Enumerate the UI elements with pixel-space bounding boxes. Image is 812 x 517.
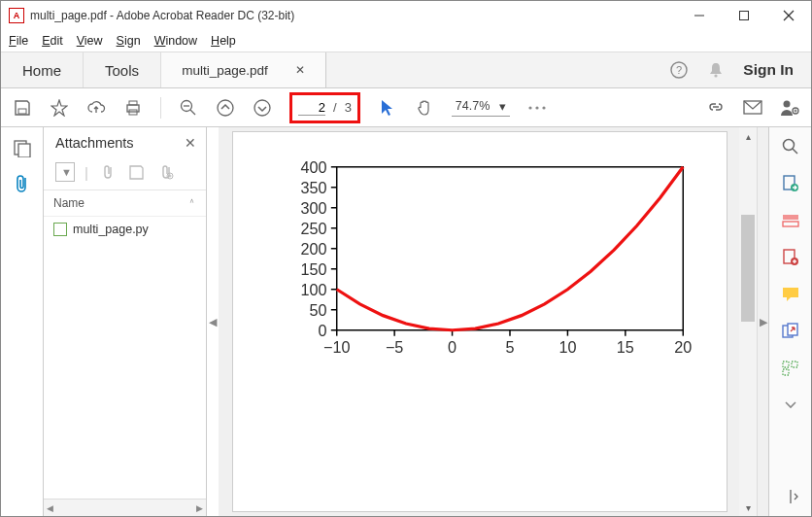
page-down-icon[interactable] bbox=[253, 98, 272, 118]
email-icon[interactable] bbox=[743, 98, 762, 118]
menu-file[interactable]: File bbox=[9, 34, 28, 48]
window-title: multi_page.pdf - Adobe Acrobat Reader DC… bbox=[30, 9, 677, 22]
page-indicator: / 3 bbox=[289, 92, 360, 123]
tab-close-icon[interactable]: ✕ bbox=[295, 63, 305, 77]
right-tool-strip bbox=[768, 127, 811, 516]
svg-rect-78 bbox=[792, 362, 797, 367]
vertical-scrollbar[interactable]: ▴ ▾ bbox=[739, 127, 757, 516]
svg-rect-25 bbox=[18, 144, 30, 157]
tab-tools[interactable]: Tools bbox=[84, 52, 161, 87]
tab-bar: Home Tools multi_page.pdf ✕ ? Sign In bbox=[1, 52, 811, 88]
scroll-up-icon[interactable]: ▴ bbox=[739, 127, 757, 145]
attachments-icon[interactable] bbox=[13, 174, 32, 193]
main-area: Attachments ✕ ▼ | Name ＾ multi_page.py ◀… bbox=[1, 127, 811, 516]
file-icon bbox=[53, 223, 67, 236]
save-attachment-icon[interactable] bbox=[127, 162, 147, 182]
combine-files-icon[interactable] bbox=[781, 322, 800, 341]
svg-text:150: 150 bbox=[300, 260, 326, 278]
star-icon[interactable] bbox=[50, 98, 69, 118]
hand-tool-icon[interactable] bbox=[415, 98, 434, 118]
minimize-button[interactable] bbox=[677, 1, 722, 30]
share-people-icon[interactable] bbox=[780, 98, 799, 118]
scroll-down-icon[interactable]: ▾ bbox=[739, 499, 757, 516]
cloud-upload-icon[interactable] bbox=[86, 98, 106, 118]
svg-text:0: 0 bbox=[318, 322, 326, 339]
svg-point-65 bbox=[783, 140, 794, 151]
pdf-page: 050100150200250300350400−10−505101520 bbox=[232, 131, 727, 512]
tab-home[interactable]: Home bbox=[1, 52, 84, 87]
menu-window[interactable]: Window bbox=[154, 34, 197, 48]
tools-chevron-down-icon[interactable] bbox=[781, 396, 800, 415]
menu-sign[interactable]: Sign bbox=[117, 34, 141, 48]
svg-line-66 bbox=[793, 149, 797, 154]
attachments-hscroll[interactable]: ◀ ▶ bbox=[44, 499, 206, 516]
svg-rect-79 bbox=[783, 369, 789, 375]
share-link-icon[interactable] bbox=[706, 98, 726, 118]
svg-line-12 bbox=[190, 110, 195, 115]
toolbar: / 3 74.7% ▾ bbox=[1, 88, 811, 127]
svg-point-20 bbox=[784, 100, 791, 107]
title-bar: A multi_page.pdf - Adobe Acrobat Reader … bbox=[1, 1, 811, 30]
open-attachment-icon[interactable] bbox=[98, 162, 118, 182]
svg-text:350: 350 bbox=[300, 179, 326, 196]
save-icon[interactable] bbox=[13, 98, 32, 118]
menu-edit[interactable]: Edit bbox=[42, 34, 63, 48]
svg-text:?: ? bbox=[676, 64, 682, 76]
scroll-thumb[interactable] bbox=[741, 215, 755, 322]
export-pdf-icon[interactable] bbox=[781, 174, 800, 193]
print-icon[interactable] bbox=[123, 98, 143, 118]
maximize-button[interactable] bbox=[722, 1, 766, 30]
tab-document[interactable]: multi_page.pdf ✕ bbox=[161, 52, 326, 87]
attachments-panel: Attachments ✕ ▼ | Name ＾ multi_page.py ◀… bbox=[44, 127, 207, 516]
tab-document-label: multi_page.pdf bbox=[182, 63, 268, 78]
page-sep: / bbox=[333, 100, 337, 115]
attachments-options-icon[interactable]: ▼ bbox=[55, 162, 75, 182]
expand-tools-icon[interactable] bbox=[781, 487, 800, 506]
page-up-icon[interactable] bbox=[216, 98, 235, 118]
zoom-dropdown[interactable]: 74.7% ▾ bbox=[452, 99, 510, 117]
svg-rect-7 bbox=[18, 109, 26, 114]
organize-pages-icon[interactable] bbox=[781, 359, 800, 378]
svg-text:10: 10 bbox=[558, 338, 576, 356]
menu-view[interactable]: View bbox=[77, 34, 103, 48]
close-button[interactable] bbox=[766, 1, 811, 30]
svg-text:−5: −5 bbox=[386, 338, 403, 356]
svg-point-16 bbox=[529, 106, 532, 109]
chart-plot: 050100150200250300350400−10−505101520 bbox=[268, 155, 697, 370]
svg-rect-1 bbox=[740, 12, 749, 20]
svg-point-18 bbox=[543, 106, 546, 109]
svg-text:300: 300 bbox=[300, 199, 326, 217]
attachments-column-label: Name bbox=[53, 196, 85, 210]
search-icon[interactable] bbox=[781, 137, 800, 156]
page-total: 3 bbox=[345, 100, 352, 115]
attachment-row[interactable]: multi_page.py bbox=[44, 217, 206, 242]
document-viewport[interactable]: 050100150200250300350400−10−505101520 ▴ … bbox=[219, 127, 757, 516]
comment-icon[interactable] bbox=[781, 285, 800, 304]
create-pdf-icon[interactable] bbox=[781, 248, 800, 267]
attachments-tools: ▼ | bbox=[44, 158, 206, 190]
collapse-right-handle[interactable]: ▶ bbox=[757, 127, 768, 516]
thumbnails-icon[interactable] bbox=[13, 139, 32, 158]
svg-text:50: 50 bbox=[309, 301, 326, 319]
attachments-close-icon[interactable]: ✕ bbox=[185, 135, 196, 151]
svg-rect-70 bbox=[783, 222, 798, 226]
svg-point-14 bbox=[218, 100, 233, 116]
menu-help[interactable]: Help bbox=[211, 34, 236, 48]
svg-point-15 bbox=[254, 100, 270, 116]
bell-icon[interactable] bbox=[706, 60, 726, 80]
zoom-out-icon[interactable] bbox=[179, 98, 198, 118]
select-tool-icon[interactable] bbox=[378, 98, 397, 118]
sign-in-button[interactable]: Sign In bbox=[743, 61, 794, 79]
add-attachment-icon[interactable] bbox=[156, 162, 176, 182]
edit-pdf-icon[interactable] bbox=[781, 211, 800, 230]
svg-text:20: 20 bbox=[674, 338, 692, 356]
attachments-column-header[interactable]: Name ＾ bbox=[44, 190, 206, 217]
acrobat-icon: A bbox=[9, 8, 24, 23]
more-tools-icon[interactable] bbox=[527, 98, 547, 118]
page-current-input[interactable] bbox=[298, 100, 325, 116]
help-icon[interactable]: ? bbox=[669, 60, 689, 80]
collapse-left-handle[interactable]: ◀ bbox=[207, 127, 219, 516]
svg-text:5: 5 bbox=[505, 338, 514, 356]
svg-rect-69 bbox=[783, 215, 798, 220]
zoom-caret-icon: ▾ bbox=[499, 99, 506, 114]
